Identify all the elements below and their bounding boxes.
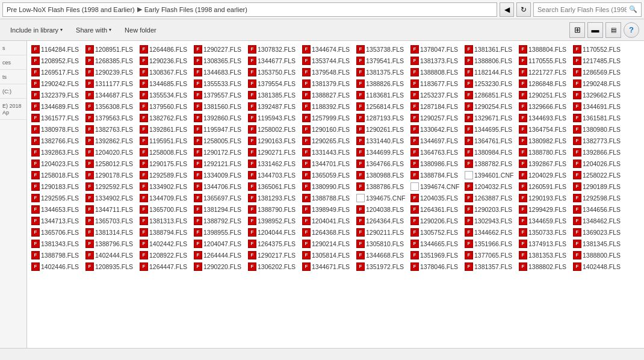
file-item[interactable]: F1290211.FLS — [355, 226, 409, 238]
file-item[interactable]: F1379563.FLS — [84, 112, 138, 123]
file-item[interactable]: F1381560.FLS — [192, 101, 246, 112]
file-item[interactable]: F1264444.FLS — [192, 249, 246, 261]
breadcrumb-path[interactable]: Pre Low-NoX Flash Files (1998 and Earlie… — [2, 2, 497, 17]
file-item[interactable]: F1290183.FLS — [29, 181, 84, 192]
file-item[interactable]: F1378047.FLS — [409, 43, 463, 55]
file-item[interactable]: F1292595.FLS — [29, 192, 84, 203]
view-list-button[interactable]: ▬ — [587, 22, 603, 38]
file-item[interactable]: F1364763.FLS — [409, 146, 463, 158]
file-item[interactable]: F1188392.FLS — [300, 101, 355, 112]
file-item[interactable]: F1290251.FLS — [517, 89, 571, 101]
file-item[interactable]: F1292598.FLS — [571, 192, 625, 203]
file-item[interactable]: F1344674.FLS — [300, 43, 355, 55]
file-item[interactable]: F1388802.FLS — [517, 261, 571, 272]
file-item[interactable]: F1382763.FLS — [84, 123, 138, 135]
file-item[interactable]: 1394674.CNF — [409, 181, 463, 192]
file-item[interactable]: F1351972.FLS — [355, 261, 409, 272]
file-item[interactable]: F1350733.FLS — [517, 226, 571, 238]
file-item[interactable]: F1388794.FLS — [138, 226, 192, 238]
file-item[interactable]: F1388827.FLS — [300, 89, 355, 101]
file-item[interactable]: F1374913.FLS — [517, 238, 571, 249]
file-item[interactable]: F1264447.FLS — [138, 261, 192, 272]
file-item[interactable]: F1402442.FLS — [138, 238, 192, 249]
file-item[interactable]: F1392863.FLS — [29, 146, 84, 158]
file-item[interactable]: F1331440.FLS — [355, 135, 409, 146]
file-item[interactable]: F1292592.FLS — [84, 181, 138, 192]
file-item[interactable]: F1388780.FLS — [517, 146, 571, 158]
search-input[interactable] — [537, 6, 627, 13]
file-item[interactable]: F1388790.FLS — [246, 203, 300, 215]
file-item[interactable]: F1217485.FLS — [571, 55, 625, 66]
file-item[interactable]: F1380980.FLS — [571, 123, 625, 135]
file-item[interactable]: F1344697.FLS — [409, 135, 463, 146]
file-item[interactable]: F1290189.FLS — [571, 181, 625, 192]
file-item[interactable]: F1331443.FLS — [300, 146, 355, 158]
file-item[interactable]: F1204047.FLS — [192, 238, 246, 249]
sidebar-item-ces[interactable]: ces — [0, 55, 26, 70]
file-item[interactable]: F1355534.FLS — [138, 89, 192, 101]
file-item[interactable]: F1290172.FLS — [192, 146, 246, 158]
file-item[interactable]: F1365700.FLS — [138, 203, 192, 215]
file-item[interactable]: F1311177.FLS — [84, 78, 138, 89]
file-item[interactable]: F1364754.FLS — [517, 123, 571, 135]
file-item[interactable]: F1170552.FLS — [571, 43, 625, 55]
file-item[interactable]: F1379560.FLS — [138, 101, 192, 112]
file-item[interactable]: F1380986.FLS — [409, 158, 463, 169]
sidebar-item-ts[interactable]: ts — [0, 70, 26, 84]
file-item[interactable]: F1290239.FLS — [84, 66, 138, 78]
file-item[interactable]: F1380982.FLS — [517, 135, 571, 146]
file-item[interactable]: F1292121.FLS — [192, 158, 246, 169]
file-item[interactable]: F1290236.FLS — [138, 55, 192, 66]
file-item[interactable]: F1344699.FLS — [355, 146, 409, 158]
file-item[interactable]: F1258022.FLS — [571, 169, 625, 181]
file-item[interactable]: F1388798.FLS — [29, 249, 84, 261]
file-item[interactable]: F1381293.FLS — [246, 192, 300, 203]
file-item[interactable]: F1402448.FLS — [571, 261, 625, 272]
file-item[interactable]: F1290193.FLS — [517, 192, 571, 203]
file-item[interactable]: F1287184.FLS — [409, 101, 463, 112]
file-item[interactable]: F1344701.FLS — [300, 158, 355, 169]
new-folder-button[interactable]: New folder — [119, 22, 162, 39]
file-item[interactable]: F1195943.FLS — [246, 112, 300, 123]
file-item[interactable]: F1348462.FLS — [571, 215, 625, 226]
file-item[interactable]: F1299429.FLS — [517, 203, 571, 215]
file-item[interactable]: F1344659.FLS — [517, 215, 571, 226]
file-item[interactable]: F1388808.FLS — [409, 66, 463, 78]
file-item[interactable]: F1305814.FLS — [300, 249, 355, 261]
file-item[interactable]: F1392487.FLS — [246, 101, 300, 112]
file-item[interactable]: F1344687.FLS — [84, 89, 138, 101]
file-item[interactable]: F1344706.FLS — [192, 181, 246, 192]
file-item[interactable]: F1365697.FLS — [192, 192, 246, 203]
file-item[interactable]: F1329671.FLS — [463, 112, 517, 123]
file-item[interactable]: F1380978.FLS — [29, 123, 84, 135]
file-item[interactable]: F1382773.FLS — [571, 135, 625, 146]
file-item[interactable]: F1204038.FLS — [355, 203, 409, 215]
file-item[interactable]: F1334902.FLS — [84, 192, 138, 203]
file-item[interactable]: F1380988.FLS — [355, 169, 409, 181]
file-item[interactable]: F1402446.FLS — [29, 261, 84, 272]
file-item[interactable]: F1290220.FLS — [192, 261, 246, 272]
file-item[interactable]: F1344711.FLS — [84, 203, 138, 215]
file-item[interactable]: F1344703.FLS — [246, 169, 300, 181]
file-item[interactable]: F1344668.FLS — [355, 249, 409, 261]
file-item[interactable]: F1308367.FLS — [138, 66, 192, 78]
file-item[interactable]: F1208922.FLS — [138, 249, 192, 261]
file-item[interactable]: F1380984.FLS — [463, 146, 517, 158]
file-item[interactable]: F1258005.FLS — [192, 135, 246, 146]
file-item[interactable]: F1379541.FLS — [355, 55, 409, 66]
file-item[interactable]: F1388806.FLS — [463, 55, 517, 66]
file-item[interactable]: F1377065.FLS — [463, 249, 517, 261]
file-item[interactable]: F1351969.FLS — [409, 249, 463, 261]
file-item[interactable]: F1308365.FLS — [192, 55, 246, 66]
file-item[interactable]: F1398952.FLS — [246, 215, 300, 226]
file-item[interactable]: F1258002.FLS — [246, 123, 300, 135]
file-item[interactable]: F1306202.FLS — [246, 261, 300, 272]
file-item[interactable]: F1331462.FLS — [246, 158, 300, 169]
file-item[interactable]: F1253237.FLS — [409, 89, 463, 101]
file-item[interactable]: F1164284.FLS — [29, 43, 84, 55]
file-item[interactable]: F1268385.FLS — [84, 55, 138, 66]
file-item[interactable]: F1264375.FLS — [246, 238, 300, 249]
file-item[interactable]: F1381385.FLS — [246, 89, 300, 101]
file-item[interactable]: F1388792.FLS — [192, 215, 246, 226]
file-item[interactable]: F1344713.FLS — [29, 215, 84, 226]
